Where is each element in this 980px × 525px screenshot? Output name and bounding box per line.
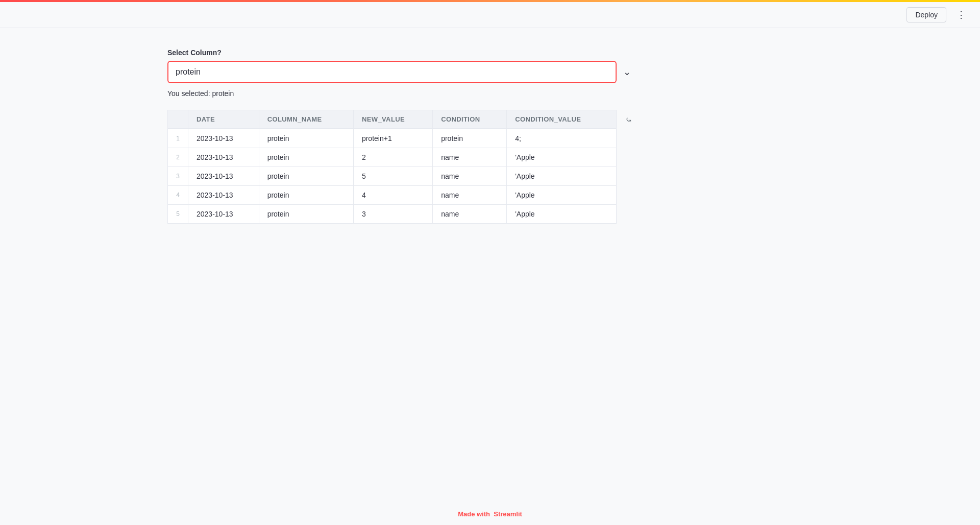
col-header-new-value: NEW_VALUE [353,110,432,129]
selected-column-text: You selected: protein [167,89,637,98]
col-header-condition: CONDITION [433,110,507,129]
header-actions: Deploy ⋮ [906,7,970,22]
expand-icon[interactable]: ⤿ [625,115,632,125]
cell-index: 4 [168,186,188,205]
app-header: Deploy ⋮ [0,2,980,28]
cell-condition-value: 'Apple [507,205,617,224]
cell-condition-value: 4; [507,129,617,148]
cell-column-name: protein [259,148,353,167]
cell-new-value: 3 [353,205,432,224]
cell-index: 2 [168,148,188,167]
cell-column-name: protein [259,167,353,186]
footer-made-with: Made with [458,510,490,518]
top-gradient-bar [0,0,980,2]
cell-condition: name [433,167,507,186]
data-table-container: ⤿ DATE COLUMN_NAME NEW_VALUE CONDITION C… [167,110,617,224]
app-footer: Made with Streamlit [0,503,980,525]
table-row: 42023-10-13protein4name'Apple [168,186,617,205]
chevron-down-icon: ⌄ [623,66,631,78]
cell-condition-value: 'Apple [507,148,617,167]
cell-condition: protein [433,129,507,148]
cell-condition: name [433,148,507,167]
cell-condition: name [433,186,507,205]
cell-condition: name [433,205,507,224]
cell-condition-value: 'Apple [507,167,617,186]
cell-new-value: 5 [353,167,432,186]
cell-new-value: 2 [353,148,432,167]
cell-date: 2023-10-13 [188,186,259,205]
cell-index: 1 [168,129,188,148]
column-select-input[interactable] [167,61,617,83]
menu-button[interactable]: ⋮ [952,7,970,22]
table-header-row: DATE COLUMN_NAME NEW_VALUE CONDITION CON… [168,110,617,129]
cell-index: 5 [168,205,188,224]
cell-column-name: protein [259,205,353,224]
table-header: DATE COLUMN_NAME NEW_VALUE CONDITION CON… [168,110,617,129]
cell-date: 2023-10-13 [188,129,259,148]
select-column-label: Select Column? [167,49,637,57]
col-header-date: DATE [188,110,259,129]
cell-date: 2023-10-13 [188,205,259,224]
cell-column-name: protein [259,186,353,205]
cell-condition-value: 'Apple [507,186,617,205]
table-row: 12023-10-13proteinprotein+1protein4; [168,129,617,148]
main-content: Select Column? ⌄ You selected: protein ⤿… [157,28,647,254]
footer-brand: Streamlit [494,510,522,518]
cell-date: 2023-10-13 [188,167,259,186]
table-row: 22023-10-13protein2name'Apple [168,148,617,167]
col-header-column-name: COLUMN_NAME [259,110,353,129]
cell-date: 2023-10-13 [188,148,259,167]
table-body: 12023-10-13proteinprotein+1protein4;2202… [168,129,617,224]
cell-new-value: protein+1 [353,129,432,148]
table-row: 32023-10-13protein5name'Apple [168,167,617,186]
col-header-index [168,110,188,129]
deploy-button[interactable]: Deploy [906,7,946,22]
cell-new-value: 4 [353,186,432,205]
table-row: 52023-10-13protein3name'Apple [168,205,617,224]
col-header-condition-value: CONDITION_VALUE [507,110,617,129]
cell-index: 3 [168,167,188,186]
cell-column-name: protein [259,129,353,148]
data-table: DATE COLUMN_NAME NEW_VALUE CONDITION CON… [167,110,617,224]
select-wrapper: ⌄ [167,61,637,83]
